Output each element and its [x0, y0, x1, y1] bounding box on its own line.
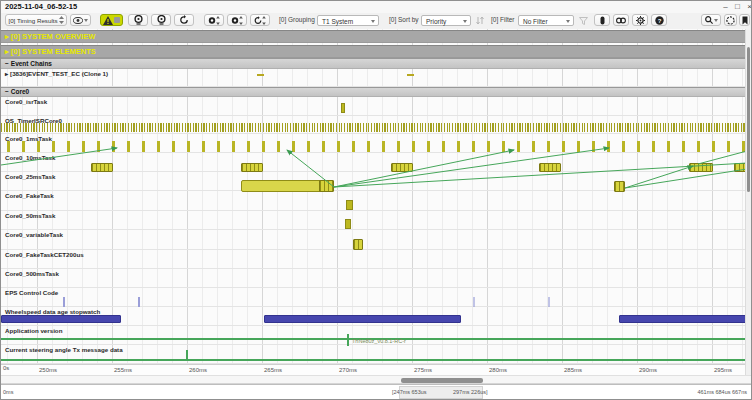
- bookmark-button[interactable]: [739, 14, 750, 26]
- axis-tick-label: 295ms: [714, 367, 732, 373]
- sort-direction-icon[interactable]: [476, 16, 484, 25]
- horizontal-scrollbar-thumb[interactable]: [401, 378, 483, 383]
- timing-results-dropdown[interactable]: [0] Timing Results: [5, 14, 67, 26]
- row-core0-faketaskcet[interactable]: Core0_FakeTaskCET200us: [1, 250, 747, 270]
- svg-text:?: ?: [657, 17, 661, 23]
- 50ms-task-bar[interactable]: [345, 219, 351, 229]
- probe-icon: [157, 15, 166, 25]
- filter-select[interactable]: No Filter: [518, 15, 574, 26]
- row-label: Core0_FakeTask: [5, 192, 54, 199]
- vertical-scrollbar-thumb[interactable]: [747, 47, 750, 192]
- eps-marker[interactable]: [548, 297, 550, 307]
- row-label: Core0_FakeTaskCET200us: [5, 251, 84, 258]
- row-core0-faketask[interactable]: Core0_FakeTask: [1, 191, 747, 211]
- warnings-filter-button[interactable]: [100, 14, 123, 26]
- collapse-icon[interactable]: −: [5, 88, 9, 95]
- search-button[interactable]: [701, 14, 721, 26]
- axis-tick-label: 275ms: [414, 367, 432, 373]
- 10ms-task-bar[interactable]: [91, 163, 113, 172]
- event-chain-marker[interactable]: [407, 74, 414, 76]
- app-version-annotation: ThNe80z_v0.8.1-RC-r: [352, 338, 406, 344]
- trace-overview-bar[interactable]: 0ms [247ms 653us 297ms 226us] 461ms 684u…: [1, 384, 751, 400]
- axis-tick-label: 255ms: [114, 367, 132, 373]
- pin-button[interactable]: [594, 14, 610, 26]
- link-button[interactable]: [613, 14, 629, 26]
- axis-tick-label: 280ms: [489, 367, 507, 373]
- 1ms-task-ticks[interactable]: [1, 141, 747, 152]
- maximize-icon[interactable]: □: [732, 1, 743, 12]
- row-event-test-ec[interactable]: ▸[3836]EVENT_TEST_EC (Clone 1): [1, 69, 747, 87]
- row-core0-500ms[interactable]: Core0_500msTask: [1, 269, 747, 288]
- spinner-updown-icon: [59, 16, 64, 24]
- wheelspeed-bar[interactable]: [1, 315, 121, 323]
- row-core0-50ms[interactable]: Core0_50msTask: [1, 211, 747, 231]
- row-label: Core0_variableTask: [5, 231, 63, 238]
- horizontal-scrollbar[interactable]: [1, 375, 751, 384]
- grouping-value: T1 System: [322, 18, 353, 25]
- wheelspeed-bar[interactable]: [619, 315, 747, 323]
- axis-tick-label: 265ms: [264, 367, 282, 373]
- row-core0-25ms[interactable]: Core0_25msTask: [1, 172, 747, 191]
- 10ms-task-bar[interactable]: [689, 163, 713, 172]
- row-core0-isrtask[interactable]: Core0_isrTask: [1, 97, 747, 116]
- filter-funnel-icon: [579, 17, 588, 25]
- collapse-icon[interactable]: −: [5, 60, 9, 67]
- severity-box-icon: [114, 17, 120, 23]
- row-eps-control[interactable]: EPS Control Code: [1, 288, 747, 307]
- eps-marker[interactable]: [138, 297, 140, 307]
- event-chain-marker[interactable]: [257, 74, 264, 76]
- steering-change-tick[interactable]: [186, 350, 188, 361]
- aperture-settings-button[interactable]: [724, 14, 737, 26]
- eps-marker[interactable]: [63, 297, 65, 307]
- row-event-chains[interactable]: −Event Chains: [1, 58, 747, 69]
- marker-refresh-button[interactable]: [174, 14, 194, 26]
- 10ms-task-bar[interactable]: [539, 163, 561, 172]
- timer-isr-comb[interactable]: [1, 123, 747, 132]
- eye-icon: [73, 17, 83, 24]
- help-icon: ?: [655, 16, 664, 25]
- settings-button[interactable]: [632, 14, 648, 26]
- row-system-elements[interactable]: ▸[0] SYSTEM ELEMENTS: [1, 45, 747, 58]
- marker-probe-button-1[interactable]: [128, 14, 148, 26]
- bookmark-icon: [742, 16, 748, 25]
- marker-probe-button-2[interactable]: [151, 14, 171, 26]
- warning-triangle-icon: [103, 16, 113, 25]
- wheelspeed-bar[interactable]: [264, 315, 461, 323]
- sort-by-select[interactable]: Priority: [421, 15, 471, 26]
- expander-icon[interactable]: ▸: [5, 47, 9, 56]
- row-steering-angle[interactable]: Current steering angle Tx message data: [1, 345, 747, 364]
- row-core0-variable[interactable]: Core0_variableTask: [1, 230, 747, 250]
- eps-marker[interactable]: [473, 297, 475, 307]
- faketask-bar[interactable]: [346, 200, 353, 210]
- 10ms-task-bar[interactable]: [391, 163, 413, 172]
- vertical-scrollbar[interactable]: [745, 29, 751, 375]
- 10ms-task-bar[interactable]: [241, 163, 263, 172]
- grouping-select[interactable]: T1 System: [317, 15, 379, 26]
- close-icon[interactable]: ×: [744, 1, 752, 12]
- 25ms-task-bar-tail[interactable]: [319, 180, 334, 192]
- 25ms-task-bar[interactable]: [614, 181, 625, 192]
- visibility-button[interactable]: [70, 14, 91, 26]
- search-icon: [705, 16, 713, 24]
- refresh-updown-button[interactable]: [250, 14, 270, 26]
- expander-icon[interactable]: ▸: [5, 70, 8, 77]
- axis-tick-label: 250ms: [39, 367, 57, 373]
- app-version-change-tick[interactable]: [347, 334, 349, 346]
- row-core0[interactable]: −Core0: [1, 87, 747, 97]
- axis-tick-label: 285ms: [564, 367, 582, 373]
- gear-updown-button-2[interactable]: [227, 14, 247, 26]
- sort-by-label: [0] Sort by: [389, 16, 419, 23]
- isr-activation-bar[interactable]: [341, 103, 345, 113]
- expander-icon[interactable]: ▸: [5, 32, 9, 41]
- minimize-icon[interactable]: –: [720, 1, 731, 12]
- row-label: Core0_50msTask: [5, 212, 55, 219]
- pin-icon: [600, 16, 605, 25]
- row-label: Core0_isrTask: [5, 98, 47, 105]
- variable-task-bar[interactable]: [353, 239, 363, 250]
- row-system-overview[interactable]: ▸[0] SYSTEM OVERVIEW: [1, 30, 747, 43]
- chevron-down-icon: [566, 20, 570, 23]
- filter-label: [0] Filter: [491, 16, 514, 23]
- help-button[interactable]: ?: [651, 14, 667, 26]
- gear-updown-button-1[interactable]: [204, 14, 224, 26]
- title-bar: 2025-11-04_06-52-15 – □ ×: [1, 1, 751, 13]
